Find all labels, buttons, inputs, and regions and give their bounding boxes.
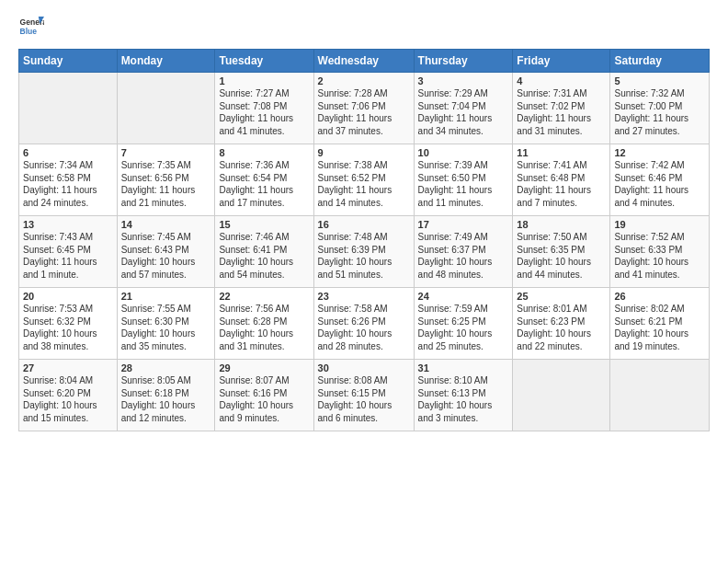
calendar-page: General Blue SundayMondayTuesdayWednesda… [0, 0, 728, 563]
day-detail: Sunrise: 7:49 AM Sunset: 6:37 PM Dayligh… [418, 231, 509, 281]
day-detail: Sunrise: 8:05 AM Sunset: 6:18 PM Dayligh… [121, 374, 211, 424]
day-cell: 11Sunrise: 7:41 AM Sunset: 6:48 PM Dayli… [513, 144, 610, 216]
day-number: 19 [614, 219, 705, 230]
header: General Blue [18, 14, 710, 40]
day-number: 1 [219, 75, 309, 86]
day-number: 8 [219, 147, 309, 158]
day-cell: 30Sunrise: 8:08 AM Sunset: 6:15 PM Dayli… [313, 360, 414, 431]
day-cell: 31Sunrise: 8:10 AM Sunset: 6:13 PM Dayli… [414, 360, 513, 431]
day-detail: Sunrise: 8:07 AM Sunset: 6:16 PM Dayligh… [219, 374, 309, 424]
day-detail: Sunrise: 7:45 AM Sunset: 6:43 PM Dayligh… [121, 231, 211, 281]
day-number: 28 [121, 362, 211, 373]
logo-icon: General Blue [18, 14, 44, 40]
day-cell: 27Sunrise: 8:04 AM Sunset: 6:20 PM Dayli… [19, 360, 118, 431]
calendar-body: 1Sunrise: 7:27 AM Sunset: 7:08 PM Daylig… [19, 73, 710, 431]
day-detail: Sunrise: 7:27 AM Sunset: 7:08 PM Dayligh… [219, 87, 309, 137]
day-cell: 25Sunrise: 8:01 AM Sunset: 6:23 PM Dayli… [513, 288, 610, 360]
day-detail: Sunrise: 7:50 AM Sunset: 6:35 PM Dayligh… [517, 231, 606, 281]
day-cell: 13Sunrise: 7:43 AM Sunset: 6:45 PM Dayli… [19, 216, 118, 288]
day-detail: Sunrise: 7:32 AM Sunset: 7:00 PM Dayligh… [614, 87, 705, 137]
day-detail: Sunrise: 7:46 AM Sunset: 6:41 PM Dayligh… [219, 231, 309, 281]
week-row-4: 20Sunrise: 7:53 AM Sunset: 6:32 PM Dayli… [19, 288, 710, 360]
day-cell [117, 73, 215, 144]
day-cell: 17Sunrise: 7:49 AM Sunset: 6:37 PM Dayli… [414, 216, 513, 288]
day-cell: 18Sunrise: 7:50 AM Sunset: 6:35 PM Dayli… [513, 216, 610, 288]
day-detail: Sunrise: 7:59 AM Sunset: 6:25 PM Dayligh… [418, 303, 509, 352]
day-cell: 4Sunrise: 7:31 AM Sunset: 7:02 PM Daylig… [513, 73, 610, 144]
day-detail: Sunrise: 8:10 AM Sunset: 6:13 PM Dayligh… [418, 374, 509, 424]
day-detail: Sunrise: 7:58 AM Sunset: 6:26 PM Dayligh… [318, 303, 410, 352]
day-cell: 10Sunrise: 7:39 AM Sunset: 6:50 PM Dayli… [414, 144, 513, 216]
col-header-sunday: Sunday [19, 50, 118, 73]
day-cell: 16Sunrise: 7:48 AM Sunset: 6:39 PM Dayli… [313, 216, 414, 288]
day-cell: 23Sunrise: 7:58 AM Sunset: 6:26 PM Dayli… [313, 288, 414, 360]
day-detail: Sunrise: 7:56 AM Sunset: 6:28 PM Dayligh… [219, 303, 309, 352]
calendar-table: SundayMondayTuesdayWednesdayThursdayFrid… [18, 49, 710, 431]
week-row-5: 27Sunrise: 8:04 AM Sunset: 6:20 PM Dayli… [19, 360, 710, 431]
day-cell: 21Sunrise: 7:55 AM Sunset: 6:30 PM Dayli… [117, 288, 215, 360]
col-header-thursday: Thursday [414, 50, 513, 73]
day-cell: 28Sunrise: 8:05 AM Sunset: 6:18 PM Dayli… [117, 360, 215, 431]
day-number: 18 [517, 219, 606, 230]
day-detail: Sunrise: 7:55 AM Sunset: 6:30 PM Dayligh… [121, 303, 211, 352]
day-cell: 14Sunrise: 7:45 AM Sunset: 6:43 PM Dayli… [117, 216, 215, 288]
logo: General Blue [18, 14, 44, 40]
day-number: 7 [121, 147, 211, 158]
day-cell: 1Sunrise: 7:27 AM Sunset: 7:08 PM Daylig… [215, 73, 313, 144]
week-row-2: 6Sunrise: 7:34 AM Sunset: 6:58 PM Daylig… [19, 144, 710, 216]
day-number: 4 [517, 75, 606, 86]
week-row-1: 1Sunrise: 7:27 AM Sunset: 7:08 PM Daylig… [19, 73, 710, 144]
day-detail: Sunrise: 7:42 AM Sunset: 6:46 PM Dayligh… [614, 159, 705, 209]
day-number: 9 [318, 147, 410, 158]
day-detail: Sunrise: 7:36 AM Sunset: 6:54 PM Dayligh… [219, 159, 309, 209]
day-number: 11 [517, 147, 606, 158]
day-number: 6 [23, 147, 113, 158]
col-header-wednesday: Wednesday [313, 50, 414, 73]
col-header-tuesday: Tuesday [215, 50, 313, 73]
day-cell: 7Sunrise: 7:35 AM Sunset: 6:56 PM Daylig… [117, 144, 215, 216]
col-header-monday: Monday [117, 50, 215, 73]
day-number: 3 [418, 75, 509, 86]
day-detail: Sunrise: 7:38 AM Sunset: 6:52 PM Dayligh… [318, 159, 410, 209]
day-number: 22 [219, 291, 309, 302]
col-header-saturday: Saturday [610, 50, 710, 73]
day-detail: Sunrise: 7:39 AM Sunset: 6:50 PM Dayligh… [418, 159, 509, 209]
day-number: 29 [219, 362, 309, 373]
day-cell: 8Sunrise: 7:36 AM Sunset: 6:54 PM Daylig… [215, 144, 313, 216]
col-header-friday: Friday [513, 50, 610, 73]
day-cell: 9Sunrise: 7:38 AM Sunset: 6:52 PM Daylig… [313, 144, 414, 216]
day-number: 2 [318, 75, 410, 86]
day-detail: Sunrise: 8:02 AM Sunset: 6:21 PM Dayligh… [614, 303, 705, 352]
day-cell: 2Sunrise: 7:28 AM Sunset: 7:06 PM Daylig… [313, 73, 414, 144]
day-number: 25 [517, 291, 606, 302]
day-number: 13 [23, 219, 113, 230]
day-number: 15 [219, 219, 309, 230]
day-cell: 5Sunrise: 7:32 AM Sunset: 7:00 PM Daylig… [610, 73, 710, 144]
day-number: 20 [23, 291, 113, 302]
day-number: 21 [121, 291, 211, 302]
day-number: 12 [614, 147, 705, 158]
day-detail: Sunrise: 8:08 AM Sunset: 6:15 PM Dayligh… [318, 374, 410, 424]
day-number: 10 [418, 147, 509, 158]
day-cell [610, 360, 710, 431]
day-detail: Sunrise: 7:34 AM Sunset: 6:58 PM Dayligh… [23, 159, 113, 209]
day-number: 30 [318, 362, 410, 373]
day-cell: 20Sunrise: 7:53 AM Sunset: 6:32 PM Dayli… [19, 288, 118, 360]
day-number: 23 [318, 291, 410, 302]
day-cell: 22Sunrise: 7:56 AM Sunset: 6:28 PM Dayli… [215, 288, 313, 360]
day-cell: 3Sunrise: 7:29 AM Sunset: 7:04 PM Daylig… [414, 73, 513, 144]
day-cell: 19Sunrise: 7:52 AM Sunset: 6:33 PM Dayli… [610, 216, 710, 288]
day-detail: Sunrise: 7:29 AM Sunset: 7:04 PM Dayligh… [418, 87, 509, 137]
day-number: 16 [318, 219, 410, 230]
day-cell [19, 73, 118, 144]
day-number: 31 [418, 362, 509, 373]
day-cell: 12Sunrise: 7:42 AM Sunset: 6:46 PM Dayli… [610, 144, 710, 216]
day-number: 26 [614, 291, 705, 302]
day-detail: Sunrise: 8:04 AM Sunset: 6:20 PM Dayligh… [23, 374, 113, 424]
day-detail: Sunrise: 7:41 AM Sunset: 6:48 PM Dayligh… [517, 159, 606, 209]
day-cell: 15Sunrise: 7:46 AM Sunset: 6:41 PM Dayli… [215, 216, 313, 288]
day-detail: Sunrise: 7:31 AM Sunset: 7:02 PM Dayligh… [517, 87, 606, 137]
day-cell: 24Sunrise: 7:59 AM Sunset: 6:25 PM Dayli… [414, 288, 513, 360]
day-cell: 26Sunrise: 8:02 AM Sunset: 6:21 PM Dayli… [610, 288, 710, 360]
day-number: 5 [614, 75, 705, 86]
